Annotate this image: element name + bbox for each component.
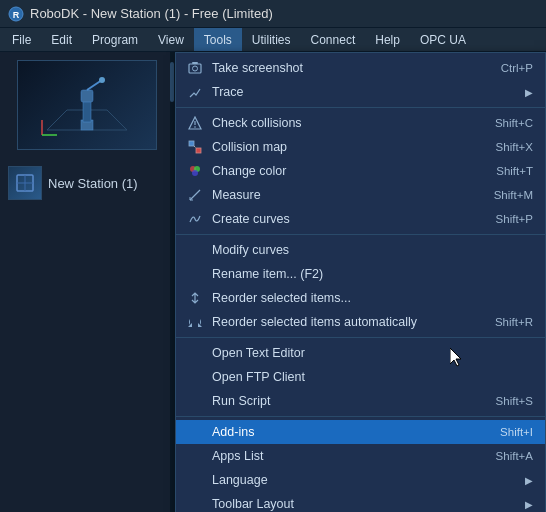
tools-dropdown-overlay: Take screenshot Ctrl+P Trace ▶ Check col… xyxy=(175,52,546,512)
measure-label: Measure xyxy=(212,188,454,202)
menu-reorder-auto[interactable]: Reorder selected items automatically Shi… xyxy=(176,310,545,334)
trace-icon xyxy=(186,83,204,101)
main-area: New Station (1) Take screenshot Ctrl+P T… xyxy=(0,52,546,512)
menu-reorder-selected[interactable]: Reorder selected items... xyxy=(176,286,545,310)
svg-rect-18 xyxy=(192,62,198,64)
screenshot-icon xyxy=(186,59,204,77)
sidebar: New Station (1) xyxy=(0,52,175,512)
menu-create-curves[interactable]: Create curves Shift+P xyxy=(176,207,545,231)
menu-file[interactable]: File xyxy=(2,28,41,51)
create-curves-label: Create curves xyxy=(212,212,456,226)
svg-line-4 xyxy=(107,110,127,130)
menu-opcua[interactable]: OPC UA xyxy=(410,28,476,51)
menu-addins[interactable]: Add-ins Shift+I xyxy=(176,420,545,444)
trace-arrow-icon: ▶ xyxy=(525,87,533,98)
svg-line-3 xyxy=(47,110,67,130)
toolbar-layout-arrow-icon: ▶ xyxy=(525,499,533,510)
measure-icon xyxy=(186,186,204,204)
collision-map-shortcut: Shift+X xyxy=(496,141,533,153)
svg-rect-16 xyxy=(189,64,201,73)
menu-toolbar-layout[interactable]: Toolbar Layout ▶ xyxy=(176,492,545,512)
station-icon xyxy=(8,166,42,200)
trace-label: Trace xyxy=(212,85,517,99)
separator-2 xyxy=(176,234,545,235)
station-item[interactable]: New Station (1) xyxy=(0,158,174,208)
svg-rect-8 xyxy=(81,90,93,102)
menu-connect[interactable]: Connect xyxy=(301,28,366,51)
language-arrow-icon: ▶ xyxy=(525,475,533,486)
reorder-selected-label: Reorder selected items... xyxy=(212,291,533,305)
toolbar-layout-label: Toolbar Layout xyxy=(212,497,517,511)
reorder-icon xyxy=(186,289,204,307)
menu-modify-curves[interactable]: Modify curves xyxy=(176,238,545,262)
create-curves-icon xyxy=(186,210,204,228)
title-bar-text: RoboDK - New Station (1) - Free (Limited… xyxy=(30,6,273,21)
language-label: Language xyxy=(212,473,517,487)
addins-label: Add-ins xyxy=(212,425,460,439)
tools-dropdown-menu: Take screenshot Ctrl+P Trace ▶ Check col… xyxy=(175,52,546,512)
menu-edit[interactable]: Edit xyxy=(41,28,82,51)
menu-utilities[interactable]: Utilities xyxy=(242,28,301,51)
change-color-label: Change color xyxy=(212,164,456,178)
text-editor-label: Open Text Editor xyxy=(212,346,533,360)
menu-collision-map[interactable]: Collision map Shift+X xyxy=(176,135,545,159)
svg-point-10 xyxy=(99,77,105,83)
run-script-label: Run Script xyxy=(212,394,456,408)
menu-apps-list[interactable]: Apps List Shift+A xyxy=(176,444,545,468)
separator-3 xyxy=(176,337,545,338)
menu-bar: File Edit Program View Tools Utilities C… xyxy=(0,28,546,52)
collision-map-label: Collision map xyxy=(212,140,456,154)
screenshot-shortcut: Ctrl+P xyxy=(501,62,533,74)
svg-line-28 xyxy=(190,190,200,200)
reorder-auto-icon xyxy=(186,313,204,331)
menu-change-color[interactable]: Change color Shift+T xyxy=(176,159,545,183)
title-bar: R RoboDK - New Station (1) - Free (Limit… xyxy=(0,0,546,28)
collision-map-icon xyxy=(186,138,204,156)
screenshot-label: Take screenshot xyxy=(212,61,461,75)
separator-1 xyxy=(176,107,545,108)
change-color-icon xyxy=(186,162,204,180)
station-label: New Station (1) xyxy=(48,176,138,191)
svg-text:R: R xyxy=(13,10,20,20)
svg-point-17 xyxy=(193,66,198,71)
addins-shortcut: Shift+I xyxy=(500,426,533,438)
separator-4 xyxy=(176,416,545,417)
menu-measure[interactable]: Measure Shift+M xyxy=(176,183,545,207)
menu-rename[interactable]: Rename item... (F2) xyxy=(176,262,545,286)
change-color-shortcut: Shift+T xyxy=(496,165,533,177)
app-logo-icon: R xyxy=(8,6,24,22)
menu-language[interactable]: Language ▶ xyxy=(176,468,545,492)
rename-label: Rename item... (F2) xyxy=(212,267,533,281)
menu-ftp-client[interactable]: Open FTP Client xyxy=(176,365,545,389)
svg-rect-7 xyxy=(83,100,91,122)
svg-point-27 xyxy=(192,170,198,176)
menu-program[interactable]: Program xyxy=(82,28,148,51)
check-collisions-label: Check collisions xyxy=(212,116,455,130)
reorder-auto-label: Reorder selected items automatically xyxy=(212,315,455,329)
check-collisions-icon xyxy=(186,114,204,132)
menu-text-editor[interactable]: Open Text Editor xyxy=(176,341,545,365)
svg-rect-22 xyxy=(189,141,194,146)
svg-point-21 xyxy=(194,126,196,128)
apps-list-shortcut: Shift+A xyxy=(496,450,533,462)
menu-help[interactable]: Help xyxy=(365,28,410,51)
svg-rect-23 xyxy=(196,148,201,153)
ftp-client-label: Open FTP Client xyxy=(212,370,533,384)
modify-curves-label: Modify curves xyxy=(212,243,533,257)
menu-take-screenshot[interactable]: Take screenshot Ctrl+P xyxy=(176,56,545,80)
menu-check-collisions[interactable]: Check collisions Shift+C xyxy=(176,111,545,135)
menu-run-script[interactable]: Run Script Shift+S xyxy=(176,389,545,413)
check-collisions-shortcut: Shift+C xyxy=(495,117,533,129)
menu-tools[interactable]: Tools xyxy=(194,28,242,51)
menu-view[interactable]: View xyxy=(148,28,194,51)
create-curves-shortcut: Shift+P xyxy=(496,213,533,225)
measure-shortcut: Shift+M xyxy=(494,189,533,201)
menu-trace[interactable]: Trace ▶ xyxy=(176,80,545,104)
reorder-auto-shortcut: Shift+R xyxy=(495,316,533,328)
run-script-shortcut: Shift+S xyxy=(496,395,533,407)
apps-list-label: Apps List xyxy=(212,449,456,463)
